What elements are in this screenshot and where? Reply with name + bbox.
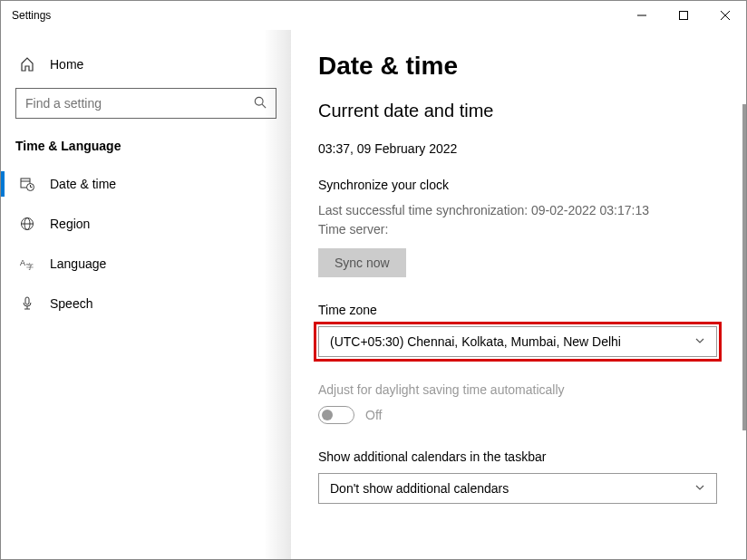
nav-speech[interactable]: Speech [1,284,291,323]
dst-toggle[interactable] [318,406,354,424]
svg-rect-16 [25,297,29,304]
calendars-value: Don't show additional calendars [330,481,509,496]
sidebar: Home Time & Language Date & time Region [1,30,291,559]
sync-now-button[interactable]: Sync now [318,248,406,277]
nav-label: Speech [50,296,92,311]
titlebar: Settings [1,1,746,30]
home-icon [19,57,35,72]
nav-language[interactable]: A字 Language [1,244,291,284]
time-server-text: Time server: [318,220,724,239]
dst-state: Off [365,408,382,422]
timezone-dropdown[interactable]: (UTC+05:30) Chennai, Kolkata, Mumbai, Ne… [318,326,717,357]
search-input-wrap[interactable] [15,88,276,119]
globe-icon [19,217,35,231]
nav-date-time[interactable]: Date & time [1,164,291,204]
maximize-button[interactable] [663,1,704,30]
category-heading: Time & Language [1,119,291,164]
svg-rect-1 [680,12,688,20]
chevron-down-icon [694,481,705,496]
search-input[interactable] [25,96,254,111]
last-sync-text: Last successful time synchronization: 09… [318,201,724,220]
calendars-label: Show additional calendars in the taskbar [318,449,724,464]
sync-clock-heading: Synchronize your clock [318,178,724,192]
window-controls [621,1,746,30]
calendar-clock-icon [19,177,35,191]
dst-label: Adjust for daylight saving time automati… [318,382,724,397]
timezone-label: Time zone [318,303,724,317]
home-nav[interactable]: Home [1,50,291,79]
page-title: Date & time [318,52,724,81]
nav-label: Region [50,217,90,231]
language-icon: A字 [19,256,35,271]
timezone-value: (UTC+05:30) Chennai, Kolkata, Mumbai, Ne… [330,334,621,349]
svg-point-4 [255,97,263,105]
home-label: Home [50,57,83,72]
scrollbar[interactable] [742,104,746,430]
svg-line-5 [262,104,266,108]
close-button[interactable] [704,1,746,30]
calendars-dropdown[interactable]: Don't show additional calendars [318,473,717,504]
minimize-button[interactable] [621,1,663,30]
section-current-datetime: Current date and time [318,101,724,121]
nav-label: Date & time [50,177,116,191]
nav-region[interactable]: Region [1,204,291,244]
svg-text:A: A [20,258,25,267]
search-icon [254,96,267,111]
chevron-down-icon [694,334,705,349]
nav-label: Language [50,256,106,271]
main-content: Date & time Current date and time 03:37,… [291,30,746,559]
microphone-icon [19,296,35,311]
window-title: Settings [12,9,51,22]
svg-text:字: 字 [26,263,34,271]
current-datetime: 03:37, 09 February 2022 [318,141,724,156]
